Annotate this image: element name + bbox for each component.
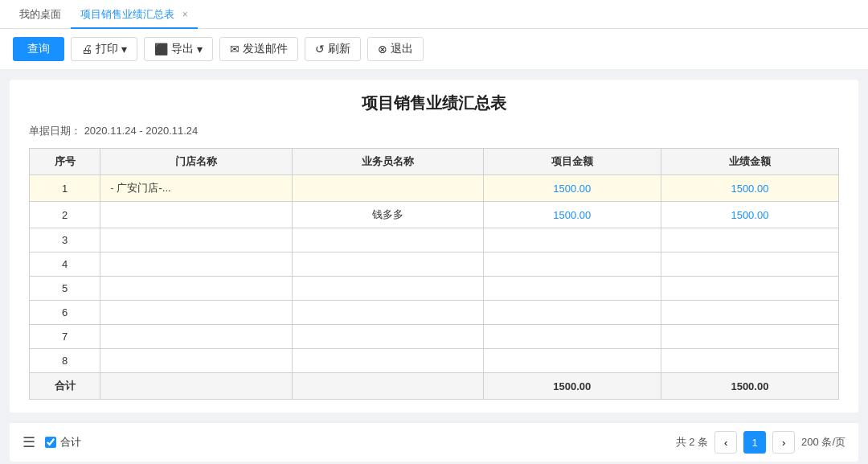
print-label: 打印 <box>96 42 118 56</box>
refresh-label: 刷新 <box>328 42 350 56</box>
cell-amount: 1500.00 <box>483 202 661 228</box>
cell-store <box>100 301 292 325</box>
cell-seq: 5 <box>30 277 100 301</box>
cell-amount: 1500.00 <box>483 175 661 202</box>
footer-right: 共 2 条 ‹ 1 › 200 条/页 <box>676 431 845 454</box>
cell-perf <box>661 277 838 301</box>
table-row: 2钱多多1500.001500.00 <box>30 202 839 228</box>
cell-perf <box>661 301 838 325</box>
cell-seq: 6 <box>30 301 100 325</box>
table-header-row: 序号 门店名称 业务员名称 项目金额 业绩金额 <box>30 149 839 175</box>
table-row: 6 <box>30 301 839 325</box>
cell-staff <box>292 175 483 202</box>
print-button[interactable]: 🖨 打印 ▾ <box>71 37 137 61</box>
cell-seq: 2 <box>30 202 100 228</box>
table-total-row: 合计 1500.00 1500.00 <box>30 373 839 400</box>
cell-amount <box>483 277 661 301</box>
cell-store <box>100 253 292 277</box>
cell-staff <box>292 325 483 349</box>
total-checkbox-text: 合计 <box>60 435 81 450</box>
cell-store <box>100 349 292 373</box>
prev-page-button[interactable]: ‹ <box>714 431 737 454</box>
total-amount: 1500.00 <box>483 373 661 400</box>
cell-store <box>100 228 292 253</box>
cell-store <box>100 202 292 228</box>
table-row: 7 <box>30 325 839 349</box>
cell-store: -广安门店-... <box>100 175 292 202</box>
cell-perf <box>661 228 838 253</box>
cell-perf <box>661 253 838 277</box>
per-page-label: 200 条/页 <box>801 435 845 450</box>
page-1-button[interactable]: 1 <box>743 431 766 454</box>
cell-seq: 7 <box>30 325 100 349</box>
email-icon: ✉ <box>230 43 240 55</box>
tab-close-icon[interactable]: × <box>182 9 188 20</box>
footer: ☰ 合计 共 2 条 ‹ 1 › 200 条/页 <box>10 422 858 462</box>
cell-staff <box>292 253 483 277</box>
cell-perf: 1500.00 <box>661 175 838 202</box>
export-label: 导出 <box>171 42 194 56</box>
store-name: 广安门店-... <box>117 181 170 195</box>
cell-staff <box>292 301 483 325</box>
cell-seq: 8 <box>30 349 100 373</box>
total-staff <box>292 373 483 400</box>
exit-icon: ⊗ <box>378 43 387 55</box>
cell-seq: 1 <box>30 175 100 202</box>
table-row: 5 <box>30 277 839 301</box>
query-button[interactable]: 查询 <box>13 37 64 61</box>
table-row: 4 <box>30 253 839 277</box>
footer-left: ☰ 合计 <box>23 433 81 451</box>
total-count: 共 2 条 <box>676 435 708 450</box>
tab-sales-report[interactable]: 项目销售业绩汇总表 × <box>71 0 198 29</box>
total-label: 合计 <box>30 373 100 400</box>
cell-seq: 3 <box>30 228 100 253</box>
export-icon: ⬛ <box>154 43 168 55</box>
report-content: 项目销售业绩汇总表 单据日期： 2020.11.24 - 2020.11.24 … <box>10 80 858 413</box>
col-header-store: 门店名称 <box>100 149 292 175</box>
exit-label: 退出 <box>391 42 413 56</box>
tab-label: 项目销售业绩汇总表 <box>80 8 174 20</box>
cell-perf <box>661 325 838 349</box>
email-button[interactable]: ✉ 发送邮件 <box>219 37 298 61</box>
tab-bar: 我的桌面 项目销售业绩汇总表 × <box>0 0 868 29</box>
report-title: 项目销售业绩汇总表 <box>29 92 839 114</box>
table-row: 1-广安门店-...1500.001500.00 <box>30 175 839 202</box>
refresh-button[interactable]: ↺ 刷新 <box>305 37 361 61</box>
cell-amount <box>483 228 661 253</box>
date-range: 单据日期： 2020.11.24 - 2020.11.24 <box>29 124 839 138</box>
total-checkbox-label[interactable]: 合计 <box>45 435 81 450</box>
cell-perf <box>661 349 838 373</box>
cell-seq: 4 <box>30 253 100 277</box>
total-checkbox[interactable] <box>45 437 56 448</box>
cell-store <box>100 325 292 349</box>
col-header-seq: 序号 <box>30 149 100 175</box>
cell-perf: 1500.00 <box>661 202 838 228</box>
col-header-staff: 业务员名称 <box>292 149 483 175</box>
print-icon: 🖨 <box>81 43 92 55</box>
next-page-button[interactable]: › <box>772 431 795 454</box>
tab-my-desktop[interactable]: 我的桌面 <box>10 0 71 29</box>
list-icon[interactable]: ☰ <box>23 433 35 451</box>
data-table: 序号 门店名称 业务员名称 项目金额 业绩金额 1-广安门店-...1500.0… <box>29 148 839 400</box>
toolbar: 查询 🖨 打印 ▾ ⬛ 导出 ▾ ✉ 发送邮件 ↺ 刷新 ⊗ 退出 <box>0 29 868 70</box>
table-row: 3 <box>30 228 839 253</box>
total-perf: 1500.00 <box>661 373 838 400</box>
exit-button[interactable]: ⊗ 退出 <box>367 37 424 61</box>
cell-staff <box>292 277 483 301</box>
cell-amount <box>483 253 661 277</box>
total-store <box>100 373 292 400</box>
print-dropdown-icon: ▾ <box>121 43 127 55</box>
export-button[interactable]: ⬛ 导出 ▾ <box>144 37 213 61</box>
cell-staff <box>292 349 483 373</box>
col-header-perf: 业绩金额 <box>661 149 838 175</box>
export-dropdown-icon: ▾ <box>197 43 203 55</box>
refresh-icon: ↺ <box>315 43 325 55</box>
date-label: 单据日期： <box>29 125 81 137</box>
cell-amount <box>483 301 661 325</box>
email-label: 发送邮件 <box>243 42 288 56</box>
table-row: 8 <box>30 349 839 373</box>
cell-amount <box>483 325 661 349</box>
expand-icon[interactable]: - <box>110 183 113 194</box>
cell-staff <box>292 228 483 253</box>
date-value: 2020.11.24 - 2020.11.24 <box>84 125 199 137</box>
